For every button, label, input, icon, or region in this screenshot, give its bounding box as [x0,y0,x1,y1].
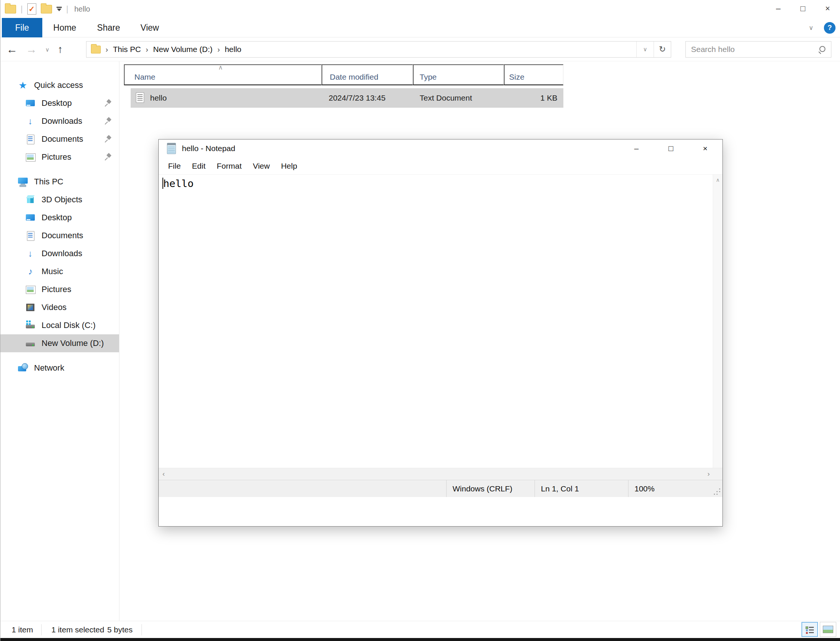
close-button[interactable]: × [815,0,840,17]
resize-grip-icon[interactable] [714,488,720,495]
refresh-icon[interactable]: ↻ [654,42,671,57]
notepad-vertical-scrollbar[interactable]: ∧ ∨ [713,175,722,497]
notepad-menu-view[interactable]: View [247,161,276,171]
forward-button[interactable]: → [26,44,37,55]
recent-locations-chevron-icon[interactable]: ∨ [45,47,49,52]
address-history-chevron-icon[interactable]: ∨ [636,42,654,57]
folder-icon [5,5,16,13]
explorer-window: | ✓ | hello – □ × File Home Share View ∨… [0,0,840,641]
notepad-title: hello - Notepad [182,144,235,153]
window-controls: – □ × [766,0,840,17]
tab-view[interactable]: View [133,18,166,37]
scroll-up-icon[interactable]: ∧ [713,177,722,183]
cursor-position-indicator: Ln 1, Col 1 [535,480,628,497]
sidebar-item-desktop-pinned[interactable]: Desktop [0,94,119,112]
customize-toolbar-dropdown-icon[interactable] [57,7,62,11]
network-icon [18,363,28,373]
line-ending-indicator: Windows (CRLF) [446,480,535,497]
check-icon: ✓ [29,5,35,13]
notepad-menu-file[interactable]: File [162,161,186,171]
sidebar-item-this-pc[interactable]: This PC [0,173,119,191]
selection-count: 1 item selected [51,625,104,634]
scroll-left-icon[interactable]: ‹ [162,470,165,478]
properties-icon[interactable]: ✓ [27,3,36,14]
scroll-right-icon[interactable]: › [708,470,710,478]
sidebar-item-quick-access[interactable]: ★ Quick access [0,76,119,94]
sidebar-item-local-disk-c[interactable]: Local Disk (C:) [0,316,119,334]
sidebar-item-pictures-pinned[interactable]: Pictures [0,148,119,166]
sidebar-item-music[interactable]: ♪ Music [0,263,119,280]
selection-size: 5 bytes [107,625,132,634]
breadcrumb-this-pc[interactable]: This PC [113,45,141,54]
file-row-hello[interactable]: hello 2024/7/23 13:45 Text Document 1 KB [131,88,563,108]
music-icon: ♪ [25,267,36,276]
notepad-menu-help[interactable]: Help [276,161,303,171]
large-icons-view-icon [823,626,833,633]
breadcrumb-hello[interactable]: hello [225,45,241,54]
tab-home[interactable]: Home [48,18,81,37]
file-name: hello [150,88,166,108]
explorer-titlebar: | ✓ | hello – □ × [0,0,840,18]
desktop-icon [25,213,36,222]
file-date-modified: 2024/7/23 13:45 [329,88,386,108]
back-button[interactable]: ← [6,44,18,55]
videos-icon [25,303,36,312]
pictures-icon [25,285,36,294]
minimize-button[interactable]: – [766,0,791,17]
large-icons-view-button[interactable] [820,622,836,637]
notepad-close-button[interactable]: × [688,140,722,157]
notepad-menu-format[interactable]: Format [211,161,247,171]
notepad-window: hello - Notepad – □ × File Edit Format V… [158,139,723,527]
help-icon[interactable]: ? [824,22,835,34]
toolbar-separator: | [21,4,23,14]
sidebar-item-documents-pinned[interactable]: Documents [0,130,119,148]
notepad-text-area[interactable]: hello [159,175,713,497]
maximize-button[interactable]: □ [791,0,815,17]
breadcrumb-new-volume-d[interactable]: New Volume (D:) [153,45,213,54]
documents-icon [25,134,36,144]
sidebar-item-downloads-pinned[interactable]: ↓ Downloads [0,112,119,130]
desktop-icon [25,98,36,108]
pin-icon [104,100,111,107]
column-header-name[interactable]: Name [124,64,321,85]
notepad-statusbar: Windows (CRLF) Ln 1, Col 1 100% [159,480,722,497]
drive-icon [25,338,36,348]
pictures-icon [25,152,36,162]
address-bar[interactable]: › This PC › New Volume (D:) › hello ∨ ↻ [86,41,671,58]
column-header-date-modified[interactable]: Date modified [321,64,413,85]
downloads-icon: ↓ [25,249,36,258]
sidebar-item-documents[interactable]: Documents [0,227,119,245]
pin-icon [104,118,111,125]
notepad-menu-edit[interactable]: Edit [186,161,211,171]
sidebar-item-pictures[interactable]: Pictures [0,280,119,298]
notepad-maximize-button[interactable]: □ [654,140,688,157]
text-file-icon [136,92,144,103]
notepad-horizontal-scrollbar[interactable]: ‹ › [159,468,722,480]
3d-objects-icon [25,195,36,205]
search-icon[interactable] [817,45,826,53]
notepad-minimize-button[interactable]: – [619,140,654,157]
sidebar-item-desktop[interactable]: Desktop [0,209,119,227]
breadcrumb-separator: › [141,45,153,54]
up-button[interactable]: ↑ [58,44,63,55]
column-header-type[interactable]: Type [413,64,504,85]
tab-file[interactable]: File [2,18,42,37]
notepad-titlebar[interactable]: hello - Notepad – □ × [159,140,722,158]
tab-share[interactable]: Share [92,18,125,37]
zoom-level-indicator: 100% [628,480,722,497]
sidebar-item-downloads[interactable]: ↓ Downloads [0,245,119,263]
new-folder-icon[interactable] [41,5,52,13]
sidebar-item-network[interactable]: Network [0,359,119,377]
sidebar-item-new-volume-d[interactable]: New Volume (D:) [0,334,119,352]
details-view-button[interactable] [801,622,818,637]
item-count: 1 item [11,625,33,634]
sidebar-item-videos[interactable]: Videos [0,298,119,316]
address-folder-icon [91,46,101,53]
pin-icon [104,153,111,161]
navigation-bar: ← → ∨ ↑ › This PC › New Volume (D:) › he… [0,37,840,61]
sidebar-item-3d-objects[interactable]: 3D Objects [0,191,119,209]
search-box[interactable]: Search hello [685,41,831,58]
details-view-icon [806,626,814,633]
column-header-size[interactable]: Size [504,64,563,85]
expand-ribbon-chevron-icon[interactable]: ∨ [809,24,813,32]
